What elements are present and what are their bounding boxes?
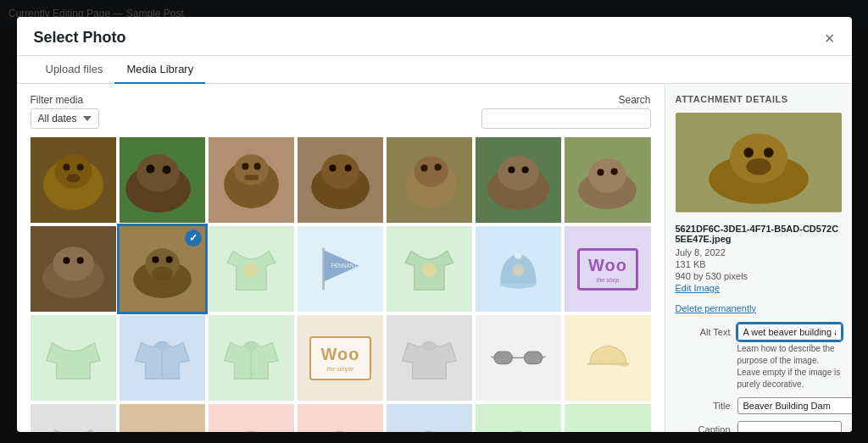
svg-point-9 <box>146 164 154 173</box>
search-section: Search <box>481 94 651 129</box>
alt-text-label: Alt Text <box>676 324 731 337</box>
svg-point-8 <box>136 154 180 192</box>
svg-point-24 <box>414 156 448 186</box>
woo-text-2: Woo <box>321 345 360 364</box>
caption-input[interactable] <box>737 421 842 432</box>
attachment-filesize: 131 KB <box>676 259 842 269</box>
svg-rect-62 <box>525 352 542 364</box>
media-item[interactable] <box>476 315 561 401</box>
caption-label: Caption <box>676 421 731 432</box>
search-input[interactable] <box>481 108 651 129</box>
svg-point-34 <box>589 158 627 192</box>
edit-image-link[interactable]: Edit Image <box>676 283 842 293</box>
media-item-woo2[interactable]: Woo the simple <box>298 315 383 401</box>
media-item[interactable] <box>476 404 561 432</box>
media-item[interactable] <box>120 315 205 401</box>
woo-subtext: the shop <box>596 277 619 283</box>
svg-point-76 <box>729 133 787 183</box>
tab-upload-files[interactable]: Upload files <box>34 56 115 84</box>
modal-title: Select Photo <box>34 29 126 55</box>
modal-tabs: Upload files Media Library <box>17 56 852 84</box>
svg-text:PENNANT: PENNANT <box>331 263 358 269</box>
media-item[interactable] <box>476 226 561 312</box>
attachment-dimensions: 940 by 530 pixels <box>676 271 842 281</box>
svg-point-19 <box>321 154 359 188</box>
woo-text: Woo <box>588 256 627 275</box>
caption-row: Caption <box>676 421 842 432</box>
svg-point-29 <box>498 156 539 190</box>
svg-point-52 <box>422 263 437 278</box>
media-item[interactable] <box>298 137 383 223</box>
filter-select[interactable]: All dates <box>31 108 99 129</box>
filter-label: Filter media <box>31 94 99 106</box>
modal-body: Filter media All dates Search <box>17 84 852 432</box>
media-item[interactable] <box>120 137 205 223</box>
media-item[interactable] <box>31 315 116 401</box>
media-item[interactable] <box>387 404 472 432</box>
selected-checkmark: ✓ <box>185 230 202 246</box>
media-item-woo[interactable]: Woo the shop <box>565 226 650 312</box>
attachment-sidebar: ATTACHMENT DETAILS 5621DF6C-3DE1-4F71-B5… <box>665 84 852 432</box>
tab-media-library[interactable]: Media Library <box>114 56 205 84</box>
svg-point-47 <box>152 267 172 280</box>
svg-point-79 <box>746 158 771 175</box>
svg-point-60 <box>422 341 437 351</box>
title-input[interactable]: Beaver Building Dam <box>737 397 852 414</box>
media-item[interactable] <box>31 226 116 312</box>
svg-point-40 <box>63 257 70 264</box>
svg-point-2 <box>54 154 92 188</box>
svg-point-58 <box>244 341 259 351</box>
media-item[interactable] <box>209 226 294 312</box>
svg-point-39 <box>53 246 94 280</box>
media-toolbar: Filter media All dates Search <box>31 94 651 129</box>
svg-point-55 <box>513 264 525 276</box>
media-item[interactable] <box>565 315 650 401</box>
delete-permanently-link[interactable]: Delete permanently <box>676 303 842 313</box>
svg-point-30 <box>509 166 515 173</box>
media-item[interactable] <box>387 315 472 401</box>
svg-point-56 <box>155 341 170 351</box>
svg-point-46 <box>165 257 172 263</box>
media-item[interactable] <box>565 137 650 223</box>
modal-close-button[interactable]: × <box>825 30 835 55</box>
media-item[interactable] <box>209 404 294 432</box>
media-item[interactable] <box>31 404 116 432</box>
svg-point-48 <box>244 263 259 278</box>
svg-point-69 <box>244 430 259 432</box>
svg-rect-16 <box>244 175 258 180</box>
svg-rect-61 <box>494 352 512 364</box>
alt-text-input[interactable] <box>737 324 842 341</box>
title-row: Title Beaver Building Dam <box>676 397 842 414</box>
svg-point-77 <box>743 147 754 158</box>
media-item[interactable] <box>387 226 472 312</box>
alt-text-row: Alt Text Learn how to describe the purpo… <box>676 324 842 390</box>
svg-point-31 <box>522 166 529 173</box>
svg-point-54 <box>515 252 522 259</box>
media-item[interactable] <box>387 137 472 223</box>
svg-point-4 <box>76 163 83 170</box>
search-label: Search <box>618 94 650 106</box>
svg-point-78 <box>763 147 773 158</box>
media-item[interactable] <box>31 137 116 223</box>
svg-point-45 <box>152 257 159 263</box>
attachment-section-title: ATTACHMENT DETAILS <box>676 94 842 104</box>
attachment-date: July 8, 2022 <box>676 247 842 257</box>
svg-point-5 <box>66 174 80 182</box>
svg-point-35 <box>598 169 604 175</box>
modal-overlay: Select Photo × Upload files Media Librar… <box>0 0 868 443</box>
media-item[interactable]: PENNANT <box>298 226 383 312</box>
svg-point-3 <box>63 163 70 170</box>
media-item-selected[interactable]: ✓ <box>120 226 205 312</box>
media-item[interactable] <box>298 404 383 432</box>
media-item[interactable] <box>209 137 294 223</box>
alt-text-hint: Learn how to describe the purpose of the… <box>737 343 842 390</box>
media-item[interactable] <box>120 404 205 432</box>
filter-section: Filter media All dates <box>31 94 99 129</box>
media-item[interactable] <box>209 315 294 401</box>
media-item[interactable] <box>565 404 650 432</box>
svg-point-13 <box>234 154 268 185</box>
modal-header: Select Photo × <box>17 17 852 56</box>
media-grid: ✓ PENNANT <box>31 137 651 432</box>
media-item[interactable] <box>476 137 561 223</box>
svg-point-21 <box>345 164 352 171</box>
